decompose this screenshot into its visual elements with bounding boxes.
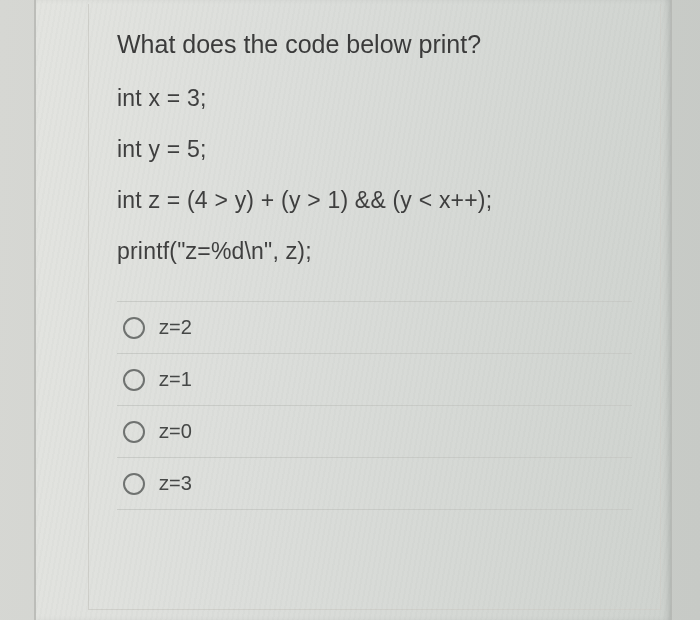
option-label: z=2 [159,316,192,339]
code-line-2: int y = 5; [117,136,632,163]
code-line-4: printf("z=%d\n", z); [117,238,632,265]
option-row[interactable]: z=1 [117,353,632,405]
radio-icon[interactable] [123,473,145,495]
option-label: z=0 [159,420,192,443]
option-row[interactable]: z=0 [117,405,632,457]
option-row[interactable]: z=3 [117,457,632,510]
option-label: z=1 [159,368,192,391]
radio-icon[interactable] [123,369,145,391]
radio-icon[interactable] [123,317,145,339]
code-line-1: int x = 3; [117,85,632,112]
quiz-card: What does the code below print? int x = … [34,0,672,620]
question-text: What does the code below print? [117,30,632,59]
option-label: z=3 [159,472,192,495]
radio-icon[interactable] [123,421,145,443]
screenshot-surface: What does the code below print? int x = … [0,0,700,620]
option-row[interactable]: z=2 [117,301,632,353]
quiz-content: What does the code below print? int x = … [88,4,661,610]
answer-options: z=2 z=1 z=0 z=3 [117,301,632,510]
code-line-3: int z = (4 > y) + (y > 1) && (y < x++); [117,187,632,214]
